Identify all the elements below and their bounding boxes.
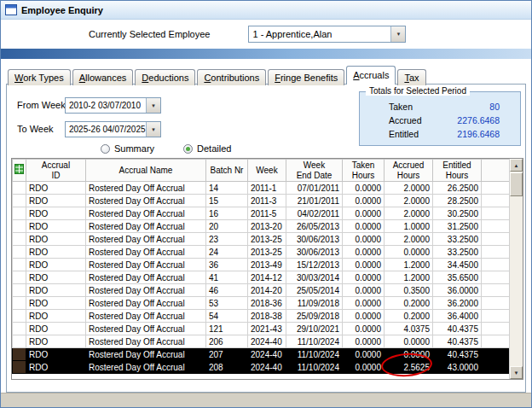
cell-accrued: 0.0000: [385, 246, 433, 259]
cell-week: 2024-40: [248, 348, 286, 361]
row-indicator: [13, 335, 26, 348]
tab-deductions[interactable]: Deductions: [135, 69, 195, 85]
grid-row-batch-54[interactable]: RDORostered Day Off Accrual542018-3825/0…: [13, 310, 510, 323]
cell-taken: 0.0000: [343, 271, 385, 284]
cell-taken: 0.0000: [343, 259, 385, 271]
employee-combo[interactable]: 1 - Apprentice,Alan ▼: [248, 26, 406, 43]
cell-accrued: 2.0000: [385, 195, 433, 207]
grid-corner-cell[interactable]: [13, 160, 26, 182]
cell-accrued: 0.0000: [385, 348, 433, 361]
col-header-batch[interactable]: Batch Nr: [206, 160, 248, 182]
cell-end: 25/05/2014: [286, 284, 343, 297]
grid-row-batch-20[interactable]: RDORostered Day Off Accrual202013-2026/0…: [13, 220, 510, 233]
vertical-scrollbar[interactable]: ▲ ▼: [509, 159, 523, 379]
col-header-end[interactable]: WeekEnd Date: [286, 160, 343, 182]
radio-summary-bullet[interactable]: [101, 144, 110, 154]
cell-batch: 36: [206, 259, 248, 271]
cell-fill: [482, 361, 510, 374]
cell-fill: [482, 310, 510, 323]
grid-row-batch-46[interactable]: RDORostered Day Off Accrual462014-2025/0…: [13, 284, 510, 297]
grid-row-batch-206[interactable]: RDORostered Day Off Accrual2062024-4011/…: [13, 335, 510, 348]
cell-batch: 207: [206, 348, 248, 361]
cell-entitled: 40.4375: [433, 323, 482, 335]
grid-row-batch-24[interactable]: RDORostered Day Off Accrual242013-2530/0…: [13, 246, 510, 259]
cell-batch: 208: [206, 361, 248, 374]
col-header-week[interactable]: Week: [248, 160, 286, 182]
radio-detailed-bullet[interactable]: [183, 144, 193, 154]
cell-taken: 0.0000: [343, 233, 385, 246]
cell-fill: [482, 259, 510, 271]
col-header-name[interactable]: Accrual Name: [86, 160, 206, 182]
grid-row-batch-14[interactable]: RDORostered Day Off Accrual142011-107/01…: [13, 182, 510, 195]
cell-week: 2018-38: [248, 310, 286, 323]
cell-taken: 0.0000: [343, 220, 385, 233]
cell-batch: 15: [206, 195, 248, 207]
tab-tax[interactable]: Tax: [397, 69, 425, 85]
totals-entitled: Entitled2196.6468: [360, 127, 520, 141]
col-header-taken[interactable]: TakenHours: [343, 160, 385, 182]
dropdown-arrow-icon[interactable]: ▼: [390, 26, 405, 42]
tab-allowances[interactable]: Allowances: [72, 69, 134, 85]
tab-accruals[interactable]: Accruals: [346, 66, 396, 85]
col-header-accrued[interactable]: AccruedHours: [385, 160, 433, 182]
cell-fill: [482, 297, 510, 310]
grid-row-batch-23[interactable]: RDORostered Day Off Accrual232013-2530/0…: [13, 233, 510, 246]
scrollbar-thumb[interactable]: [510, 172, 523, 196]
cell-end: 21/01/2011: [286, 195, 343, 207]
scroll-up-icon: ▲: [514, 163, 519, 168]
row-indicator: [13, 361, 26, 374]
cell-week: 2013-25: [248, 233, 286, 246]
totals-title: Totals for Selected Period: [366, 86, 470, 96]
tab-work-types[interactable]: Work Types: [8, 69, 71, 85]
dropdown-arrow-icon[interactable]: ▼: [146, 122, 160, 137]
cell-entitled: 35.6500: [433, 271, 482, 284]
radio-detailed[interactable]: Detailed: [183, 143, 231, 154]
tab-fringe-benefits[interactable]: Fringe Benefits: [268, 69, 344, 85]
totals-value: 2196.6468: [457, 129, 500, 139]
grid-row-batch-16[interactable]: RDORostered Day Off Accrual162011-504/02…: [13, 207, 510, 220]
to-week-combo[interactable]: 2025-26 04/07/2025 ▼: [65, 121, 161, 137]
cell-end: 11/10/2024: [286, 361, 343, 374]
row-indicator: [13, 246, 26, 259]
grid-row-batch-36[interactable]: RDORostered Day Off Accrual362013-4915/1…: [13, 259, 510, 271]
cell-end: 11/10/2024: [286, 335, 343, 348]
grid-row-batch-53[interactable]: RDORostered Day Off Accrual532018-3611/0…: [13, 297, 510, 310]
cell-taken: 0.0000: [343, 297, 385, 310]
cell-end: 15/12/2013: [286, 259, 343, 271]
cell-entitled: 34.4500: [433, 259, 482, 271]
col-header-id[interactable]: AccrualID: [26, 160, 86, 182]
cell-id: RDO: [26, 310, 86, 323]
from-week-combo[interactable]: 2010-2 03/07/2010 ▼: [65, 97, 161, 114]
cell-end: 04/02/2011: [286, 207, 343, 220]
grid-row-batch-15[interactable]: RDORostered Day Off Accrual152011-321/01…: [13, 195, 510, 207]
grid-row-batch-207[interactable]: RDORostered Day Off Accrual2072024-4011/…: [13, 348, 510, 361]
grid-row-batch-41[interactable]: RDORostered Day Off Accrual412014-1230/0…: [13, 271, 510, 284]
app-icon: [5, 4, 17, 15]
cell-batch: 121: [206, 323, 248, 335]
col-header-entitled[interactable]: EntitledHours: [433, 160, 482, 182]
cell-end: 30/06/2013: [286, 233, 343, 246]
cell-fill: [482, 348, 510, 361]
grid-row-batch-208[interactable]: RDORostered Day Off Accrual2082024-4011/…: [13, 361, 510, 374]
cell-accrued: 1.0000: [385, 220, 433, 233]
dropdown-arrow-icon[interactable]: ▼: [146, 98, 160, 113]
window-title: Employee Enquiry: [21, 5, 103, 15]
cell-entitled: 36.4000: [433, 310, 482, 323]
cell-taken: 0.0000: [343, 284, 385, 297]
cell-week: 2013-25: [248, 246, 286, 259]
cell-accrued: 0.0000: [385, 335, 433, 348]
cell-week: 2013-20: [248, 220, 286, 233]
scroll-down-button[interactable]: ▼: [510, 366, 523, 379]
cell-entitled: 31.2500: [433, 220, 482, 233]
tab-contributions[interactable]: Contributions: [197, 69, 266, 85]
cell-id: RDO: [26, 259, 86, 271]
row-indicator: [13, 182, 26, 195]
row-indicator: [13, 310, 26, 323]
grid-row-batch-121[interactable]: RDORostered Day Off Accrual1212021-4329/…: [13, 323, 510, 335]
from-week-label: From Week: [17, 100, 66, 110]
cell-taken: 0.0000: [343, 182, 385, 195]
cell-accrued: 4.0375: [385, 323, 433, 335]
scroll-up-button[interactable]: ▲: [510, 159, 523, 172]
cell-entitled: 40.4375: [433, 335, 482, 348]
radio-summary[interactable]: Summary: [101, 143, 154, 154]
